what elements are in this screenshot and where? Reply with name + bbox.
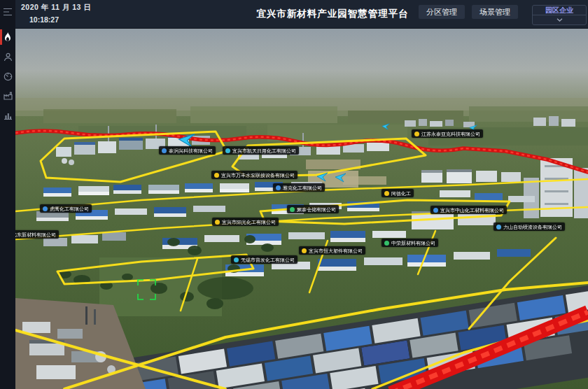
- company-label[interactable]: 虎鹰化工有限公司: [40, 204, 92, 213]
- company-label-text: 无锡市普发化工有限公司: [241, 257, 295, 263]
- sidebar-item-personnel[interactable]: [0, 47, 15, 66]
- header-date: 2020 年 11 月 13 日: [21, 3, 91, 13]
- company-label-text: 宜兴市中山化工材料有限公司: [440, 207, 504, 213]
- company-label[interactable]: 宜兴市凯天日用化工有限公司: [223, 146, 299, 155]
- company-label[interactable]: 江苏永泰亚克科技有限公司: [412, 129, 483, 138]
- company-marker-icon: [214, 173, 219, 178]
- company-marker-icon: [433, 208, 438, 213]
- top-header: 2020 年 11 月 13 日 10:18:27 宜兴市新材料产业园智慧管理平…: [15, 0, 588, 29]
- company-label-text: 聚泰仓储有限公司: [297, 206, 336, 213]
- company-label[interactable]: 同德化工: [382, 189, 414, 197]
- company-label[interactable]: 力山自动喷漆设备有限公司: [493, 222, 565, 231]
- company-label[interactable]: 中荣新材料有限公司: [382, 239, 438, 247]
- company-label-text: 雅克化工有限公司: [283, 185, 322, 191]
- sidebar-item-statistics[interactable]: [0, 106, 15, 125]
- company-label-text: 宜兴市远东新材料有限公司: [15, 232, 56, 238]
- company-label-text: 宜兴市万丰水泵联接设备有限公司: [221, 172, 295, 178]
- gauge-icon: [4, 72, 13, 81]
- company-label[interactable]: 宜兴市阳光化工有限公司: [212, 218, 279, 226]
- company-marker-icon: [225, 148, 230, 153]
- company-label[interactable]: 无锡市普发化工有限公司: [231, 255, 298, 264]
- company-marker-icon: [215, 220, 220, 225]
- company-marker-icon: [43, 206, 48, 211]
- company-label-text: 宜兴市凯天日用化工有限公司: [232, 148, 296, 154]
- chevron-down-icon: [556, 15, 563, 24]
- factory-icon: [4, 92, 13, 100]
- company-marker-icon: [414, 132, 419, 136]
- company-label[interactable]: 宜兴市万丰水泵联接设备有限公司: [211, 171, 298, 179]
- menu-icon: [3, 8, 13, 16]
- company-marker-icon: [496, 225, 501, 229]
- location-arrow-marker[interactable]: [382, 123, 391, 130]
- scene-management-button[interactable]: 场景管理: [472, 5, 518, 19]
- flame-icon: [4, 32, 12, 42]
- company-label-text: 力山自动喷漆设备有限公司: [503, 224, 562, 230]
- company-label[interactable]: 泰润兴科技有限公司: [159, 146, 216, 155]
- company-label-text: 泰润兴科技有限公司: [169, 148, 213, 154]
- park-enterprise-dropdown[interactable]: 园区企业: [532, 5, 587, 25]
- sidebar-item-enterprise[interactable]: [0, 86, 15, 106]
- company-label-text: 中荣新材料有限公司: [391, 240, 435, 246]
- location-arrow-marker[interactable]: [335, 173, 347, 183]
- company-label-text: 同德化工: [391, 190, 411, 197]
- company-label[interactable]: 聚泰仓储有限公司: [287, 205, 339, 213]
- bar-chart-icon: [4, 111, 13, 120]
- user-icon: [4, 52, 13, 62]
- company-marker-icon: [276, 185, 281, 190]
- company-marker-icon: [162, 148, 167, 153]
- company-marker-icon: [384, 191, 389, 196]
- location-arrow-marker[interactable]: [178, 133, 197, 148]
- company-marker-icon: [234, 257, 239, 262]
- company-label[interactable]: 宜兴市中山化工材料有限公司: [430, 206, 507, 214]
- left-toolbar: [0, 0, 15, 389]
- company-marker-icon: [302, 248, 307, 253]
- map-viewport[interactable]: 泰润兴科技有限公司 宜兴市凯天日用化工有限公司 宜兴市万丰水泵联接设备有限公司 …: [15, 28, 588, 389]
- company-label-text: 宜兴市恒大塑件有限公司: [309, 248, 363, 254]
- page-title: 宜兴市新材料产业园智慧管理平台: [256, 8, 409, 20]
- header-time: 10:18:27: [29, 15, 59, 24]
- company-marker-icon: [384, 241, 389, 246]
- sidebar-item-fire[interactable]: [0, 27, 15, 47]
- park-enterprise-dropdown-label: 园区企业: [533, 6, 586, 15]
- company-label[interactable]: 雅克化工有限公司: [273, 183, 325, 192]
- location-arrow-marker[interactable]: [316, 172, 329, 182]
- sidebar-item-menu[interactable]: [0, 2, 15, 22]
- company-label[interactable]: 宜兴市恒大塑件有限公司: [299, 246, 365, 255]
- sidebar-item-monitor[interactable]: [0, 66, 15, 86]
- company-label-text: 江苏永泰亚克科技有限公司: [421, 131, 480, 137]
- company-label-text: 虎鹰化工有限公司: [50, 206, 89, 212]
- company-label[interactable]: 宜兴市远东新材料有限公司: [15, 230, 59, 239]
- zone-management-button[interactable]: 分区管理: [419, 5, 465, 19]
- company-label-text: 宜兴市阳光化工有限公司: [222, 219, 276, 225]
- company-marker-icon: [290, 207, 295, 212]
